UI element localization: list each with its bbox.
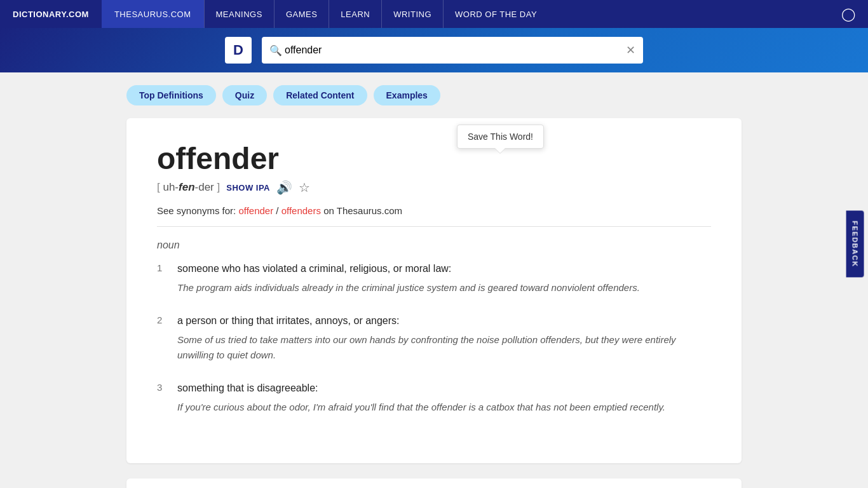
tabs-row: Top Definitions Quiz Related Content Exa… xyxy=(126,85,742,105)
part-of-speech: noun xyxy=(157,240,711,251)
synonyms-line: See synonyms for: offender / offenders o… xyxy=(157,205,711,227)
definition-item-1: 1 someone who has violated a criminal, r… xyxy=(157,261,711,295)
save-tooltip-text: Save This Word! xyxy=(468,132,533,142)
pronunciation-text: [ uh-fen-der ] xyxy=(157,181,220,194)
def-example-2: Some of us tried to take matters into ou… xyxy=(177,332,711,363)
thesaurus-link[interactable]: Thesaurus.com xyxy=(337,205,402,216)
search-form: 🔍 ✕ xyxy=(262,37,643,64)
nav-links: MEANINGS GAMES LEARN WRITING WORD OF THE… xyxy=(204,0,829,28)
def-number-3: 3 xyxy=(157,381,167,415)
nav-learn[interactable]: LEARN xyxy=(329,0,381,28)
synonym-on-text: on xyxy=(321,205,337,216)
def-number-2: 2 xyxy=(157,313,167,363)
definition-item-2: 2 a person or thing that irritates, anno… xyxy=(157,313,711,363)
show-ipa-button[interactable]: SHOW IPA xyxy=(226,183,270,193)
definition-card: Save This Word! offender [ uh-fen-der ] … xyxy=(126,118,742,463)
definitions-list: 1 someone who has violated a criminal, r… xyxy=(157,261,711,415)
pronunciation-row: [ uh-fen-der ] SHOW IPA 🔊 ☆ xyxy=(157,180,711,195)
synonym-separator: / xyxy=(273,205,281,216)
nav-word-of-day[interactable]: WORD OF THE DAY xyxy=(443,0,548,28)
audio-speaker-icon[interactable]: 🔊 xyxy=(276,180,292,195)
search-icon: 🔍 xyxy=(269,44,282,57)
save-word-star-icon[interactable]: ☆ xyxy=(299,180,310,195)
def-number-1: 1 xyxy=(157,261,167,295)
definition-item-3: 3 something that is disagreeable: If you… xyxy=(157,381,711,415)
brand-thesaurus[interactable]: THESAURUS.COM xyxy=(102,0,204,28)
nav-meanings[interactable]: MEANINGS xyxy=(204,0,274,28)
def-content-2: a person or thing that irritates, annoys… xyxy=(177,313,711,363)
synonym-link-offender[interactable]: offender xyxy=(238,205,273,216)
user-account-icon[interactable]: ◯ xyxy=(829,6,868,22)
tab-quiz[interactable]: Quiz xyxy=(222,85,267,105)
pron-stressed: fen xyxy=(179,181,195,193)
def-example-3: If you're curious about the odor, I'm af… xyxy=(177,400,665,415)
nav-writing[interactable]: WRITING xyxy=(381,0,443,28)
search-input[interactable] xyxy=(262,37,643,64)
def-content-1: someone who has violated a criminal, rel… xyxy=(177,261,640,295)
site-logo: D xyxy=(225,37,252,64)
pron-post: -der xyxy=(195,181,214,193)
nav-games[interactable]: GAMES xyxy=(274,0,329,28)
top-navigation: DICTIONARY.COM THESAURUS.COM MEANINGS GA… xyxy=(0,0,868,28)
word-title: offender xyxy=(157,141,711,176)
def-text-3: something that is disagreeable: xyxy=(177,381,665,396)
save-tooltip: Save This Word! xyxy=(457,125,544,149)
pron-close: ] xyxy=(214,181,220,193)
quiz-section: QUIZ xyxy=(126,478,742,488)
def-example-1: The program aids individuals already in … xyxy=(177,280,640,295)
def-text-1: someone who has violated a criminal, rel… xyxy=(177,261,640,276)
tab-examples[interactable]: Examples xyxy=(374,85,440,105)
main-content: Top Definitions Quiz Related Content Exa… xyxy=(116,72,752,488)
def-text-2: a person or thing that irritates, annoys… xyxy=(177,313,711,329)
def-content-3: something that is disagreeable: If you'r… xyxy=(177,381,665,415)
tab-top-definitions[interactable]: Top Definitions xyxy=(126,85,216,105)
search-clear-button[interactable]: ✕ xyxy=(626,43,635,57)
tab-related-content[interactable]: Related Content xyxy=(273,85,367,105)
feedback-button[interactable]: FEEDBACK xyxy=(846,210,864,277)
synonym-link-offenders[interactable]: offenders xyxy=(281,205,321,216)
synonyms-prefix: See synonyms for: xyxy=(157,205,236,216)
pron-pre: uh- xyxy=(163,181,179,193)
search-bar-section: D 🔍 ✕ xyxy=(0,28,868,72)
brand-dictionary[interactable]: DICTIONARY.COM xyxy=(0,0,102,28)
